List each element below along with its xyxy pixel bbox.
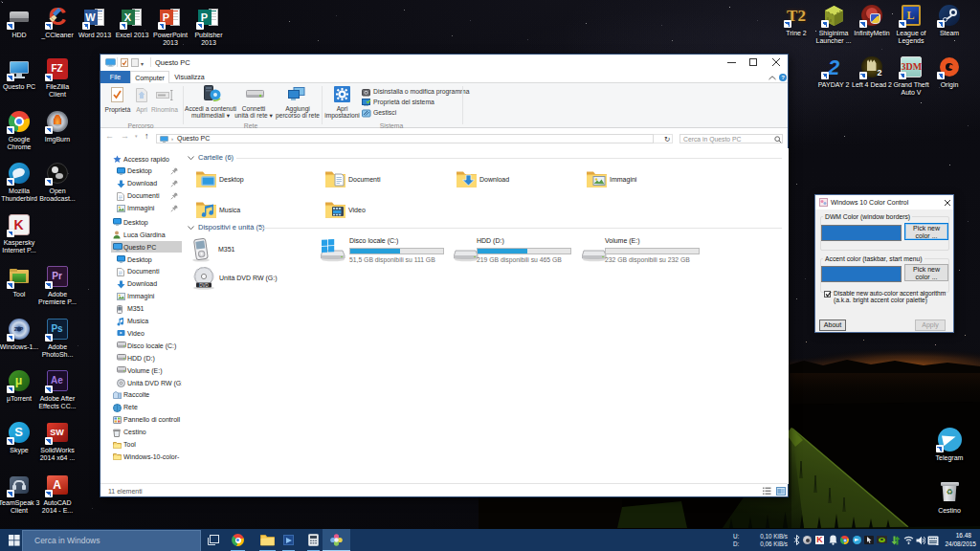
svg-text:DVD: DVD: [199, 283, 209, 288]
